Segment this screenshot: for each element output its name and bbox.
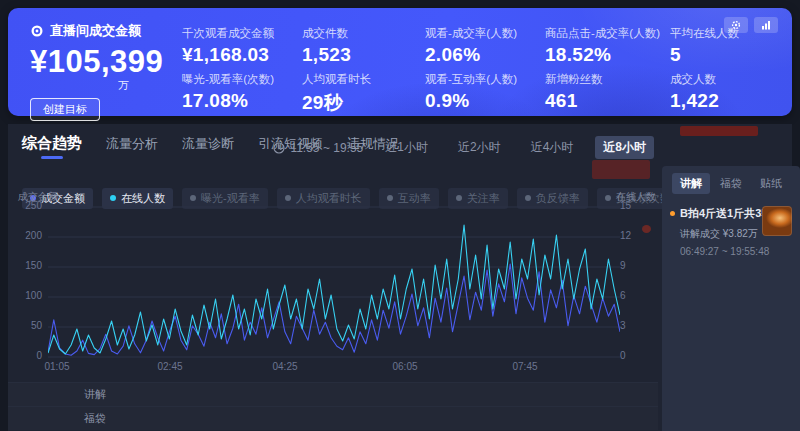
left-axis-tick: 100 [14,290,42,301]
tab-overall-trend[interactable]: 综合趋势 [22,134,82,159]
chart-canvas [48,206,620,358]
metric-card: 千次观看成交金额¥1,168.03 [182,26,274,66]
primary-kpi-label: 直播间成交金额 [50,22,141,40]
lane-explain: 讲解 [8,382,658,406]
explain-list-item[interactable]: B拍4斤送1斤共35-4... 讲解成交 ¥3.82万 06:49:27 ~ 1… [662,194,800,257]
create-goal-button[interactable]: 创建目标 [30,98,100,121]
metric-card: 观看-成交率(人数)2.06% [425,26,517,66]
product-thumbnail [762,206,792,236]
right-axis-tick: 0 [620,350,648,361]
trend-line-chart[interactable] [48,206,620,358]
metric-card: 曝光-观看率(次数)17.08% [182,72,274,112]
range-button-2h[interactable]: 近2小时 [450,136,509,159]
x-axis-tick: 02:45 [148,361,192,372]
primary-kpi: 直播间成交金额 ¥105,399 万 创建目标 [30,22,163,121]
target-icon [30,24,44,38]
kpi-banner: 直播间成交金额 ¥105,399 万 创建目标 千次观看成交金额¥1,168.0… [8,8,792,116]
legend-dot [387,195,393,201]
right-axis-tick: 12 [620,230,648,241]
side-panel-tabs: 讲解 福袋 贴纸 [662,166,800,194]
range-button-1h[interactable]: 近1小时 [377,136,436,159]
right-axis-tick: 15 [620,200,648,211]
side-tab-lucky-bag[interactable]: 福袋 [712,173,750,194]
settings-icon[interactable] [724,17,748,33]
legend-dot [285,195,291,201]
legend-dot [525,195,531,201]
x-axis-tick: 01:05 [35,361,79,372]
legend-dot [605,195,611,201]
metric-card: 新增粉丝数461 [545,72,603,112]
bar-chart-icon[interactable] [754,17,778,33]
event-lanes: 讲解 福袋 [8,382,658,430]
range-button-4h[interactable]: 近4小时 [523,136,582,159]
metric-card: 成交件数1,523 [302,26,351,66]
time-range-text: 11:55 ~ 19:55 [290,141,363,155]
series-在线人数 [48,225,620,354]
explain-side-panel: 讲解 福袋 贴纸 B拍4斤送1斤共35-4... 讲解成交 ¥3.82万 06:… [662,166,800,431]
right-axis-tick: 6 [620,290,648,301]
chart-gridlines [48,207,620,357]
side-tab-explain[interactable]: 讲解 [672,173,710,194]
legend-dot [190,195,196,201]
x-axis-tick: 06:05 [383,361,427,372]
right-axis-tick: 3 [620,320,648,331]
left-axis-tick: 0 [14,350,42,361]
primary-kpi-value: ¥105,399 [30,44,163,80]
lane-lucky-bag: 福袋 [8,406,658,430]
time-controls: 11:55 ~ 19:55 近1小时 近2小时 近4小时 近8小时 [273,136,654,159]
x-axis-tick: 07:45 [503,361,547,372]
right-axis-tick: 9 [620,260,648,271]
clock-icon [273,142,285,154]
side-tab-sticker[interactable]: 贴纸 [752,173,790,194]
item-product-title: B拍4斤送1斤共35-4... [680,206,766,221]
item-time-range: 06:49:27 ~ 19:55:48 [680,246,790,257]
left-axis-tick: 200 [14,230,42,241]
left-axis-tick: 50 [14,320,42,331]
metric-card: 商品点击-成交率(人数)18.52% [545,26,660,66]
metric-card: 成交人数1,422 [670,72,719,112]
tab-traffic-analysis[interactable]: 流量分析 [106,135,158,159]
metric-card: 观看-互动率(人数)0.9% [425,72,517,112]
legend-dot [456,195,462,201]
trend-section: 综合趋势 流量分析 流量诊断 引流短视频 违规情况 11:55 ~ 19:55 … [8,126,658,431]
time-range-display: 11:55 ~ 19:55 [273,141,363,155]
left-axis-tick: 250 [14,200,42,211]
primary-kpi-unit: 万 [118,78,163,93]
item-status-dot [670,211,675,216]
legend-dot [110,195,116,201]
metric-card: 人均观看时长29秒 [302,72,371,116]
tab-traffic-diagnosis[interactable]: 流量诊断 [182,135,234,159]
range-button-8h[interactable]: 近8小时 [595,136,654,159]
x-axis-tick: 04:25 [263,361,307,372]
left-axis-tick: 150 [14,260,42,271]
